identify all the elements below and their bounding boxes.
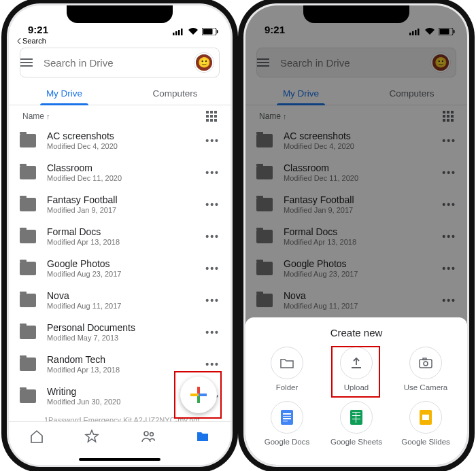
battery-icon	[202, 28, 218, 35]
highlight-fab	[174, 371, 222, 419]
more-icon[interactable]: •••	[205, 295, 220, 306]
list-item[interactable]: Personal DocumentsModified May 7, 2013••…	[9, 316, 231, 348]
item-meta: Modified May 7, 2013	[47, 334, 205, 342]
svg-rect-0	[173, 33, 175, 35]
svg-point-23	[424, 362, 428, 366]
item-name: Random Tech	[47, 354, 205, 365]
wifi-icon	[188, 28, 199, 35]
nav-home-icon[interactable]	[29, 429, 44, 444]
more-icon[interactable]: •••	[205, 231, 220, 242]
highlight-upload	[331, 346, 380, 398]
item-meta: Modified Aug 23, 2017	[47, 270, 205, 278]
sheet-title: Create new	[245, 317, 467, 344]
item-meta: Modified Jan 9, 2017	[47, 206, 205, 214]
svg-rect-2	[178, 30, 180, 35]
sort-button[interactable]: Name↑	[22, 111, 50, 121]
menu-icon[interactable]	[20, 58, 44, 67]
sheet-item-camera[interactable]: Use Camera	[391, 347, 460, 391]
list-item[interactable]: Formal DocsModified Apr 13, 2018•••	[9, 220, 231, 252]
svg-point-11	[150, 433, 153, 436]
sort-arrow-icon: ↑	[46, 112, 50, 120]
tabs: My Drive Computers	[9, 82, 231, 105]
avatar[interactable]: 🙂	[194, 53, 214, 72]
view-toggle-icon[interactable]	[206, 111, 217, 122]
folder-icon	[20, 357, 36, 371]
folder-icon	[20, 230, 36, 243]
sheet-item-slides[interactable]: Google Slides	[391, 401, 460, 446]
folder-icon	[280, 357, 294, 368]
list-item[interactable]: Google PhotosModified Aug 23, 2017•••	[9, 252, 231, 284]
more-icon[interactable]: •••	[205, 263, 220, 274]
sheet-item-docs[interactable]: Google Docs	[252, 401, 322, 446]
more-icon[interactable]: •••	[205, 199, 220, 210]
sheet-item-folder[interactable]: Folder	[252, 347, 322, 391]
status-bar: 9:21	[9, 5, 231, 35]
google-slides-icon	[420, 410, 432, 425]
folder-icon	[20, 389, 36, 403]
camera-icon	[419, 357, 432, 368]
tab-my-drive[interactable]: My Drive	[9, 82, 120, 105]
item-name: Formal Docs	[47, 226, 205, 237]
signal-icon	[173, 28, 184, 35]
more-icon[interactable]: •••	[205, 327, 220, 338]
item-name: Google Photos	[47, 258, 205, 269]
tab-computers[interactable]: Computers	[120, 82, 231, 105]
svg-rect-9	[20, 65, 33, 67]
list-item[interactable]: ClassroomModified Dec 11, 2020•••	[9, 156, 231, 188]
home-indicator	[79, 458, 160, 461]
search-input[interactable]	[44, 57, 194, 69]
folder-icon	[20, 326, 36, 339]
item-meta: Modified Dec 11, 2020	[47, 174, 205, 182]
nav-files-icon[interactable]	[195, 429, 210, 444]
item-name: Personal Documents	[47, 322, 205, 333]
folder-icon	[20, 262, 36, 275]
item-meta: Modified Aug 11, 2017	[47, 302, 205, 310]
create-new-sheet: Create new Folder Upload Use Camera Goog…	[245, 317, 467, 465]
svg-rect-5	[203, 29, 213, 35]
item-name: Classroom	[47, 162, 205, 173]
folder-icon	[20, 294, 36, 307]
list-item[interactable]: Fantasy FootballModified Jan 9, 2017•••	[9, 188, 231, 220]
svg-rect-3	[181, 29, 183, 35]
search-bar[interactable]: 🙂	[20, 48, 220, 77]
svg-rect-22	[420, 360, 432, 368]
file-list: AC screenshotsModified Dec 4, 2020•••Cla…	[9, 124, 231, 412]
svg-rect-1	[175, 31, 177, 35]
phone-right: 9:21 🙂 My Drive Computers Name↑ AC scree…	[245, 5, 467, 465]
back-to-search[interactable]: Search	[9, 35, 231, 45]
list-item[interactable]: AC screenshotsModified Dec 4, 2020•••	[9, 124, 231, 156]
phone-left: 9:21 Search 🙂	[9, 5, 231, 465]
folder-icon	[20, 166, 36, 179]
status-time: 9:21	[28, 24, 48, 35]
item-name: AC screenshots	[47, 130, 205, 141]
folder-icon	[20, 134, 36, 147]
more-icon[interactable]: •••	[205, 359, 220, 370]
nav-shared-icon[interactable]	[140, 429, 155, 444]
item-meta: Modified Dec 4, 2020	[47, 142, 205, 150]
google-sheets-icon	[350, 410, 362, 425]
item-meta: Modified Apr 13, 2018	[47, 238, 205, 246]
svg-rect-7	[20, 58, 33, 60]
nav-starred-icon[interactable]	[84, 429, 99, 444]
more-icon[interactable]: •••	[205, 167, 220, 178]
svg-point-10	[144, 432, 148, 436]
google-docs-icon	[281, 410, 293, 425]
folder-icon	[20, 198, 36, 211]
sheet-item-sheets[interactable]: Google Sheets	[322, 401, 391, 446]
item-name: Fantasy Football	[47, 194, 205, 205]
svg-rect-8	[20, 62, 33, 63]
svg-rect-6	[217, 30, 218, 33]
list-item[interactable]: NovaModified Aug 11, 2017•••	[9, 284, 231, 316]
item-name: Nova	[47, 290, 205, 301]
more-icon[interactable]: •••	[205, 135, 220, 146]
